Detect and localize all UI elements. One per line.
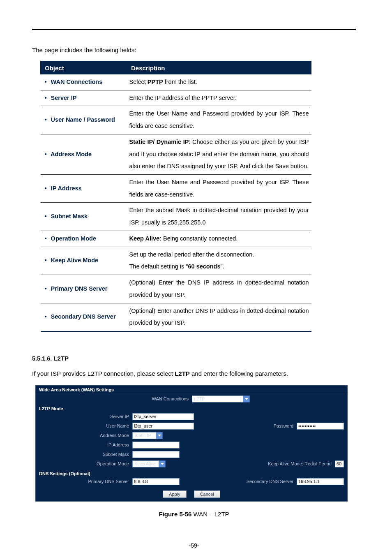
- primary-dns-label: Primary DNS Server: [36, 479, 132, 484]
- wan-settings-panel: Wide Area Network (WAN) Settings WAN Con…: [35, 385, 348, 502]
- object-cell: • Operation Mode: [41, 231, 127, 247]
- subnet-mask-label: Subnet Mask: [36, 452, 132, 457]
- wan-connections-select[interactable]: L2TP: [192, 395, 250, 402]
- table-row: • Server IPEnter the IP address of the P…: [41, 90, 311, 106]
- figure-text: WAN – L2TP: [191, 511, 229, 518]
- secondary-dns-input[interactable]: [297, 478, 344, 485]
- object-cell: • Keep Alive Mode: [41, 247, 127, 275]
- table-row: • Primary DNS Server(Optional) Enter the…: [41, 275, 311, 303]
- table-row: • WAN ConnectionsSelect PPTP from the li…: [41, 74, 311, 90]
- intro-text: The page includes the following fields:: [32, 46, 356, 53]
- cancel-button[interactable]: Cancel: [194, 490, 220, 498]
- panel-title: Wide Area Network (WAN) Settings: [36, 386, 347, 394]
- object-cell: • Subnet Mask: [41, 203, 127, 231]
- description-cell: Set up the redial period after the disco…: [127, 247, 311, 275]
- password-input[interactable]: [297, 423, 344, 430]
- ip-address-input[interactable]: [132, 442, 180, 449]
- object-cell: • Secondary DNS Server: [41, 303, 127, 331]
- keepalive-label: Keep Alive Mode: Redial Period: [268, 461, 335, 466]
- figure-number: Figure 5-56: [159, 511, 191, 518]
- section-heading: 5.5.1.6. L2TP: [32, 355, 356, 362]
- l2tp-mode-section: L2TP Mode: [36, 404, 347, 412]
- section-intro: If your ISP provides L2TP connection, pl…: [32, 370, 356, 377]
- wan-connections-value: L2TP: [192, 395, 243, 402]
- th-object: Object: [41, 62, 127, 74]
- password-label: Password: [274, 423, 297, 428]
- th-description: Description: [127, 62, 311, 74]
- apply-button[interactable]: Apply: [163, 490, 187, 498]
- operation-mode-select[interactable]: Keep Alive: [132, 460, 166, 467]
- address-mode-value: Static IP: [132, 432, 156, 439]
- description-cell: Enter the IP address of the PPTP server.: [127, 90, 311, 106]
- table-row: • User Name / PasswordEnter the User Nam…: [41, 106, 311, 134]
- fields-table: Object Description • WAN ConnectionsSele…: [40, 61, 311, 332]
- operation-mode-label: Operation Mode: [36, 461, 132, 466]
- dns-section-label: DNS Settings (Optional): [36, 469, 347, 477]
- address-mode-label: Address Mode: [36, 433, 132, 438]
- object-cell: • Server IP: [41, 90, 127, 106]
- description-cell: Static IP/ Dynamic IP: Choose either as …: [127, 134, 311, 174]
- section-number: 5.5.1.6.: [32, 355, 52, 362]
- table-row: • Secondary DNS Server(Optional) Enter a…: [41, 303, 311, 331]
- table-row: • IP AddressEnter the User Name and Pass…: [41, 175, 311, 203]
- subnet-mask-input[interactable]: [132, 451, 180, 458]
- chevron-down-icon[interactable]: [156, 432, 163, 439]
- operation-mode-value: Keep Alive: [132, 460, 159, 467]
- object-cell: • IP Address: [41, 175, 127, 203]
- table-row: • Operation ModeKeep Alive: Being consta…: [41, 231, 311, 247]
- description-cell: Keep Alive: Being constantly connected.: [127, 231, 311, 247]
- keepalive-input[interactable]: [335, 460, 344, 467]
- description-cell: (Optional) Enter another DNS IP address …: [127, 303, 311, 331]
- chevron-down-icon[interactable]: [159, 460, 166, 467]
- server-ip-label: Server IP: [36, 414, 132, 419]
- username-label: User Name: [36, 423, 132, 428]
- server-ip-input[interactable]: [132, 413, 194, 420]
- primary-dns-input[interactable]: [132, 478, 180, 485]
- description-cell: Select PPTP from the list.: [127, 74, 311, 90]
- description-cell: Enter the User Name and Password provide…: [127, 106, 311, 134]
- ip-address-label: IP Address: [36, 442, 132, 447]
- table-row: • Address ModeStatic IP/ Dynamic IP: Cho…: [41, 134, 311, 174]
- object-cell: • Primary DNS Server: [41, 275, 127, 303]
- page-number: -59-: [32, 542, 356, 549]
- address-mode-select[interactable]: Static IP: [132, 432, 163, 439]
- chevron-down-icon[interactable]: [243, 395, 250, 402]
- figure-caption: Figure 5-56 WAN – L2TP: [32, 511, 356, 518]
- top-rule: [32, 29, 356, 30]
- object-cell: • Address Mode: [41, 134, 127, 174]
- wan-connections-label: WAN Connections: [36, 396, 192, 401]
- username-input[interactable]: [132, 423, 194, 430]
- table-row: • Subnet MaskEnter the subnet Mask in do…: [41, 203, 311, 231]
- description-cell: Enter the subnet Mask in dotted-decimal …: [127, 203, 311, 231]
- object-cell: • WAN Connections: [41, 74, 127, 90]
- secondary-dns-label: Secondary DNS Server: [247, 479, 297, 484]
- description-cell: Enter the User Name and Password provide…: [127, 175, 311, 203]
- section-title: L2TP: [53, 355, 69, 362]
- table-row: • Keep Alive ModeSet up the redial perio…: [41, 247, 311, 275]
- object-cell: • User Name / Password: [41, 106, 127, 134]
- description-cell: (Optional) Enter the DNS IP address in d…: [127, 275, 311, 303]
